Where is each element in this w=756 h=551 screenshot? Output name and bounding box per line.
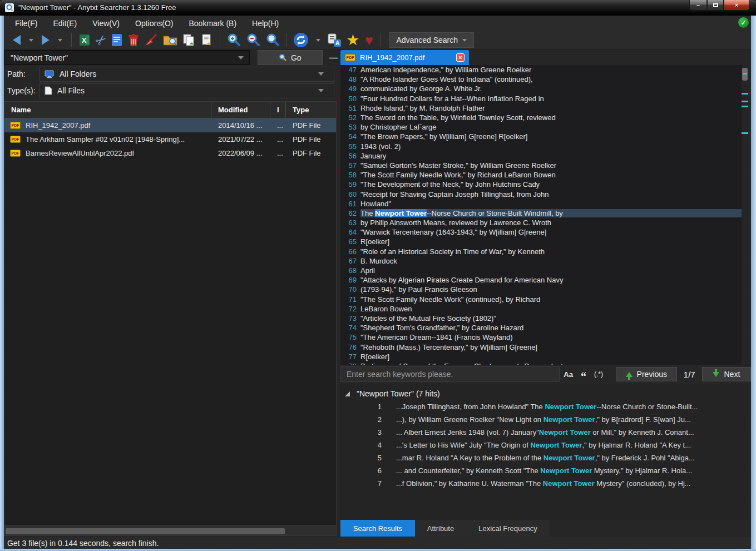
export-excel-icon[interactable]: X — [76, 32, 93, 48]
result-item[interactable]: 6... and Counterfeiter," by Kenneth Scot… — [340, 464, 748, 477]
line-text: by Philip Ainsworth Means, reviewed by L… — [360, 219, 742, 227]
search-match-highlight: Newport Tower — [543, 415, 595, 424]
result-snippet: ...'s Letter to His Wife" July "The Orig… — [396, 441, 691, 449]
column-header-i[interactable]: I — [270, 102, 286, 118]
line-text: Pedigrees of Some of the Emperor Charlem… — [360, 362, 742, 365]
menu-item-help[interactable]: Help(H) — [245, 17, 285, 29]
vertical-scrollbar[interactable] — [742, 65, 748, 365]
next-button[interactable]: Next — [702, 367, 751, 381]
advanced-search-button[interactable]: Advanced Search — [389, 32, 475, 48]
close-button[interactable]: × — [724, 0, 749, 11]
status-text: Get 3 file(s) in 0.144 seconds, search f… — [7, 539, 159, 548]
expanded-triangle-icon[interactable] — [345, 391, 350, 396]
search-query-combobox[interactable] — [4, 50, 250, 65]
donate-icon[interactable]: ♥ — [362, 32, 377, 48]
search-icon — [279, 53, 287, 62]
tab-attribute[interactable]: Attribute — [415, 520, 466, 537]
types-combobox[interactable]: All Files — [39, 83, 334, 98]
line-text: The Newport Tower--Norse Church or Stone… — [360, 209, 742, 217]
sync-icon[interactable] — [291, 32, 311, 48]
favorite-icon[interactable]: ★ — [344, 32, 362, 48]
forward-icon[interactable] — [38, 32, 53, 48]
line-text: R[oelker] — [360, 237, 742, 246]
paste-icon[interactable] — [198, 32, 216, 48]
result-item[interactable]: 5...mar R. Holand "A Key to the Problem … — [340, 451, 748, 464]
translate-icon[interactable]: A — [325, 32, 344, 48]
tab-lexical-frequency[interactable]: Lexical Frequency — [466, 520, 550, 537]
file-row[interactable]: PDFBarnesReviewAllUntilApr2022.pdf2022/0… — [4, 146, 336, 160]
toolbar-separator — [71, 33, 72, 47]
search-query-input[interactable] — [5, 53, 238, 62]
file-type-cell: PDF File — [286, 121, 336, 130]
search-match-highlight: Newport Tower — [543, 454, 595, 462]
minimize-button[interactable]: – — [689, 0, 707, 11]
cut-icon[interactable]: ✂ — [93, 32, 108, 48]
chevron-down-icon[interactable] — [318, 72, 324, 76]
menu-item-edit[interactable]: Edit(E) — [46, 17, 83, 29]
menu-item-view[interactable]: View(V) — [86, 17, 126, 29]
horizontal-scrollbar[interactable] — [4, 527, 337, 536]
menu-item-file[interactable]: File(F) — [8, 17, 44, 29]
document-line: 65R[oelker] — [340, 237, 742, 246]
clean-icon[interactable] — [142, 32, 161, 48]
new-document-icon[interactable] — [108, 32, 125, 48]
document-tab[interactable]: PDF RIH_1942_2007.pdf × — [340, 50, 469, 65]
line-text: "Rehoboth (Mass.) Tercentenary," by W[il… — [360, 343, 742, 351]
delete-icon[interactable] — [125, 32, 142, 48]
regex-button[interactable]: (.*) — [590, 370, 607, 378]
scrollbar-thumb[interactable] — [742, 68, 748, 81]
path-value: All Folders — [60, 70, 96, 78]
result-item[interactable]: 3... Albert Ernest Jenks 1948 (vol. 7) J… — [340, 426, 748, 439]
zoom-out-icon[interactable] — [244, 32, 263, 48]
document-line: 47American Independence," by William Gre… — [340, 65, 742, 75]
find-keywords-input[interactable] — [340, 366, 560, 382]
document-line: 70(1793-94)," by Paul Francis Gleeson — [340, 285, 742, 294]
open-folder-icon[interactable] — [161, 32, 180, 48]
previous-button[interactable]: Previous — [616, 367, 677, 381]
sync-menu-icon[interactable] — [311, 32, 325, 48]
line-text: "The Brown Papers," by W[illiam] G[reene… — [360, 132, 742, 141]
result-item[interactable]: 4...'s Letter to His Wife" July "The Ori… — [340, 439, 748, 451]
back-menu-icon[interactable] — [24, 32, 38, 48]
copy-icon[interactable] — [180, 32, 198, 48]
file-row[interactable]: PDFRIH_1942_2007.pdf2014/10/16 ......PDF… — [4, 118, 336, 132]
results-group-header[interactable]: "Newport Tower" (7 hits) — [340, 384, 748, 400]
find-bar: Aa “ (.*) Previous 1/7 Next — [340, 366, 751, 383]
current-hit-marker — [743, 73, 747, 75]
pane-collapse-icon[interactable]: — — [329, 53, 338, 62]
path-combobox[interactable]: All Folders — [39, 67, 334, 82]
document-line: 551943 (vol. 2) — [340, 142, 742, 151]
chevron-down-icon[interactable] — [318, 89, 324, 92]
line-number: 53 — [340, 123, 357, 131]
line-number: 77 — [340, 353, 357, 361]
column-header-type[interactable]: Type — [286, 102, 336, 118]
document-line: 77R[oelker] — [340, 352, 742, 361]
match-case-button[interactable]: Aa — [560, 370, 577, 379]
column-header-modified[interactable]: Modified — [211, 102, 270, 118]
menu-item-bookmark[interactable]: Bookmark (B) — [182, 17, 243, 29]
result-item[interactable]: 1...Joseph Tillinghast, from John Howlan… — [340, 400, 748, 413]
zoom-in-icon[interactable] — [224, 32, 244, 48]
menu-item-options[interactable]: Options(O) — [129, 17, 180, 29]
back-icon[interactable] — [9, 32, 24, 48]
result-item[interactable]: 7...f Oblivion," by Katharine U. Waterma… — [340, 477, 748, 490]
window-border-left — [0, 16, 4, 549]
line-text: R[oelker] — [360, 353, 742, 361]
forward-menu-icon[interactable] — [53, 32, 67, 48]
toolbar-separator — [381, 33, 381, 47]
result-number: 5 — [340, 454, 382, 462]
column-header-name[interactable]: Name — [4, 102, 211, 118]
tab-close-icon[interactable]: × — [456, 53, 465, 62]
go-button[interactable]: Go — [258, 50, 323, 65]
maximize-button[interactable] — [707, 0, 724, 11]
tab-search-results[interactable]: Search Results — [340, 520, 415, 537]
zoom-search-icon[interactable] — [263, 32, 283, 48]
file-row[interactable]: PDFThe Arkham Sampler #02 v01n02 [1948-S… — [4, 132, 336, 146]
result-item[interactable]: 2...), by William Greene Roelker "New Li… — [340, 413, 748, 426]
document-tab-label: RIH_1942_2007.pdf — [360, 53, 452, 62]
line-number: 56 — [340, 152, 357, 160]
chevron-down-icon[interactable] — [238, 56, 244, 59]
scrollbar-thumb[interactable] — [6, 528, 285, 534]
document-preview-pane[interactable]: 47American Independence," by William Gre… — [340, 65, 742, 365]
match-phrase-button[interactable]: “ — [577, 369, 590, 379]
